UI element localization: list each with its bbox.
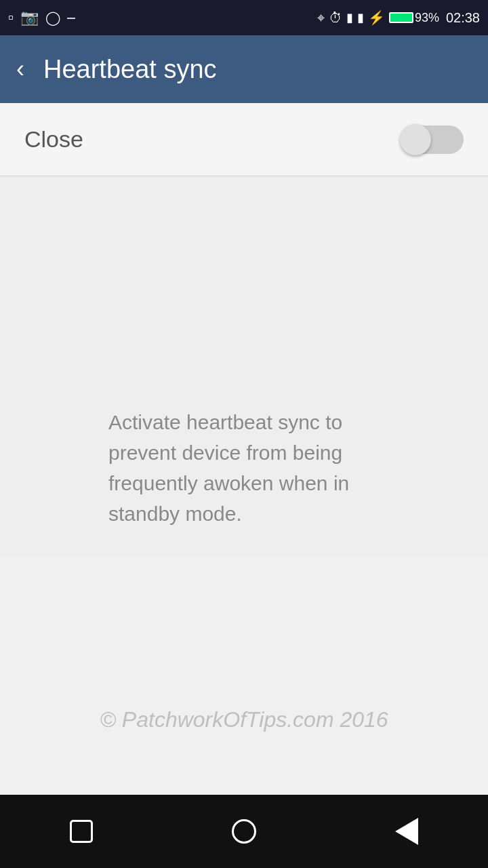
back-icon — [395, 818, 418, 845]
battery-percent: 93% — [415, 11, 439, 25]
watermark: © PatchworkOfTips.com 2016 — [0, 707, 488, 732]
toggle-switch[interactable] — [403, 125, 464, 154]
signal-icon2: ▮ — [357, 10, 364, 25]
nav-recents-button[interactable] — [61, 811, 102, 852]
home-icon — [232, 819, 256, 844]
recents-icon — [70, 820, 93, 843]
toggle-label: Close — [24, 126, 83, 153]
radio-icon: ⎼ — [67, 10, 75, 26]
signal-icon: ▮ — [346, 10, 353, 25]
status-bar: ▫ 📷 ◯ ⎼ ⌖ ⏱ ▮ ▮ ⚡ 93% 02:38 — [0, 0, 488, 35]
toggle-row: Close — [0, 103, 488, 176]
content-area: Close Activate heartbeat sync to prevent… — [0, 103, 488, 556]
alarm-icon: ⏱ — [329, 10, 342, 26]
nav-back-button[interactable] — [386, 811, 427, 852]
image-icon: 📷 — [20, 9, 39, 26]
description-area: Activate heartbeat sync to prevent devic… — [0, 366, 488, 556]
toggle-thumb — [400, 124, 431, 155]
back-button[interactable]: ‹ — [16, 55, 24, 83]
page-title: Heartbeat sync — [43, 55, 217, 84]
target-icon: ⌖ — [317, 10, 325, 26]
record-icon: ◯ — [45, 9, 60, 26]
nav-home-button[interactable] — [224, 811, 264, 852]
charging-icon: ⚡ — [368, 9, 385, 26]
bbm-icon: ▫ — [8, 9, 14, 26]
battery-bar — [389, 12, 413, 23]
app-bar: ‹ Heartbeat sync — [0, 35, 488, 103]
status-bar-right: ⌖ ⏱ ▮ ▮ ⚡ 93% 02:38 — [317, 9, 480, 26]
bottom-nav-bar — [0, 795, 488, 868]
status-bar-left: ▫ 📷 ◯ ⎼ — [8, 9, 75, 26]
battery-container: 93% — [389, 11, 439, 25]
time-display: 02:38 — [446, 10, 480, 26]
description-text: Activate heartbeat sync to prevent devic… — [108, 407, 393, 529]
